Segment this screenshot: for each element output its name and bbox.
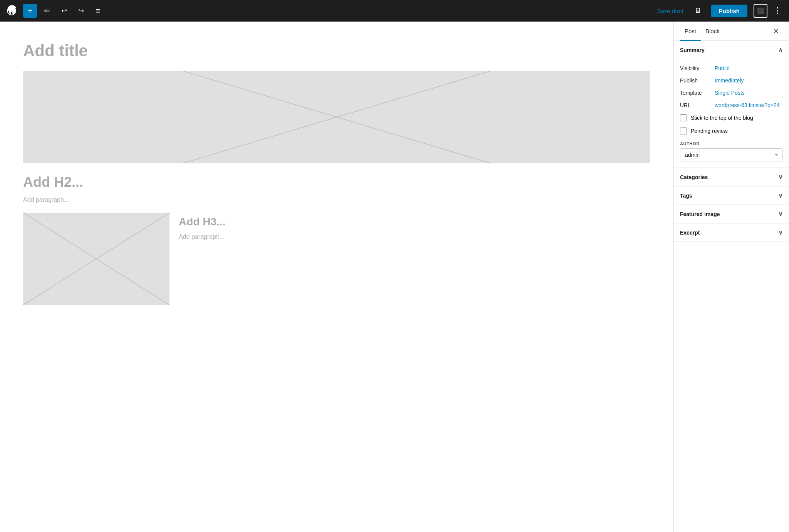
categories-chevron-icon: ∨ [778,173,783,181]
pending-review-label[interactable]: Pending review [691,128,728,134]
excerpt-section: Excerpt ∨ [674,223,789,242]
preview-icon: 🖥 [695,7,701,15]
document-overview-button[interactable]: ≡ [91,4,105,18]
more-icon: ⋮ [773,6,782,16]
publish-row: Publish Immediately [680,74,783,87]
featured-image-placeholder[interactable] [23,71,650,163]
tags-heading: Tags [680,193,692,199]
tools-button[interactable]: ✏ [40,4,54,18]
visibility-value[interactable]: Public [715,65,729,71]
pencil-icon: ✏ [44,7,50,15]
paragraph-block-2[interactable]: Add paragraph... [179,233,650,240]
redo-icon: ↪ [78,7,84,15]
close-icon: ✕ [773,27,779,36]
publish-button[interactable]: Publish [711,5,747,17]
sidebar-close-button[interactable]: ✕ [769,24,783,38]
sidebar-tabs: Post Block ✕ [674,22,789,41]
featured-image-section: Featured image ∨ [674,205,789,223]
featured-image-chevron-icon: ∨ [778,210,783,218]
featured-image-heading: Featured image [680,211,720,217]
two-column-block: Add H3... Add paragraph... [23,213,650,316]
summary-section-header[interactable]: Summary ∧ [674,41,789,59]
summary-section-body: Visibility Public Publish Immediately Te… [674,59,789,168]
editor-area: Add title Add H2... Add paragraph... [0,22,673,532]
pending-review-row: Pending review [680,124,783,138]
image-placeholder-medium[interactable] [23,213,170,305]
tab-post[interactable]: Post [680,22,701,40]
publish-label: Publish [680,77,715,84]
sidebar-content: Summary ∧ Visibility Public Publish Imme… [674,41,789,532]
featured-image-section-header[interactable]: Featured image ∨ [674,205,789,223]
template-row: Template Single Posts [680,87,783,99]
undo-button[interactable]: ↩ [57,4,71,18]
summary-chevron-up-icon: ∧ [778,46,783,54]
stick-to-top-row: Stick to the top of the blog [680,111,783,124]
visibility-label: Visibility [680,65,715,71]
excerpt-section-header[interactable]: Excerpt ∨ [674,223,789,242]
main-layout: Add title Add H2... Add paragraph... [0,22,789,532]
stick-to-top-label[interactable]: Stick to the top of the blog [691,115,753,121]
template-value[interactable]: Single Posts [715,90,745,96]
url-value[interactable]: wordpress-63.kinsta/?p=24 [715,102,780,108]
excerpt-heading: Excerpt [680,230,700,236]
add-block-button[interactable]: + [23,4,37,18]
h2-block[interactable]: Add H2... [23,174,650,190]
sidebar: Post Block ✕ Summary ∧ Visibility Public [673,22,789,532]
post-title[interactable]: Add title [23,40,650,62]
column-right: Add H3... Add paragraph... [179,213,650,316]
redo-button[interactable]: ↪ [74,4,88,18]
author-heading: AUTHOR [680,141,783,146]
url-label: URL [680,102,715,108]
save-draft-button[interactable]: Save draft [652,5,688,17]
wp-logo[interactable] [5,4,18,18]
categories-section-header[interactable]: Categories ∨ [674,168,789,186]
url-row: URL wordpress-63.kinsta/?p=24 [680,99,783,111]
tags-chevron-icon: ∨ [778,192,783,199]
column-left [23,213,170,316]
categories-section: Categories ∨ [674,168,789,186]
more-options-button[interactable]: ⋮ [771,4,784,18]
undo-icon: ↩ [61,7,67,15]
sidebar-icon: ⬛ [757,7,764,14]
paragraph-block[interactable]: Add paragraph... [23,196,650,203]
tags-section-header[interactable]: Tags ∨ [674,186,789,205]
categories-heading: Categories [680,174,708,180]
tags-section: Tags ∨ [674,186,789,205]
stick-to-top-checkbox[interactable] [680,114,687,121]
publish-value[interactable]: Immediately [715,77,744,84]
h3-block[interactable]: Add H3... [179,216,650,228]
template-label: Template [680,90,715,96]
visibility-row: Visibility Public [680,62,783,74]
pending-review-checkbox[interactable] [680,128,687,134]
summary-heading: Summary [680,47,705,53]
sidebar-toggle-button[interactable]: ⬛ [754,4,767,18]
tab-block[interactable]: Block [701,22,724,40]
summary-section: Summary ∧ Visibility Public Publish Imme… [674,41,789,168]
toolbar: + ✏ ↩ ↪ ≡ Save draft 🖥 Publish ⬛ ⋮ [0,0,789,22]
list-icon: ≡ [96,7,100,15]
excerpt-chevron-icon: ∨ [778,229,783,236]
preview-button[interactable]: 🖥 [691,4,705,18]
author-select[interactable]: admin [680,148,783,161]
